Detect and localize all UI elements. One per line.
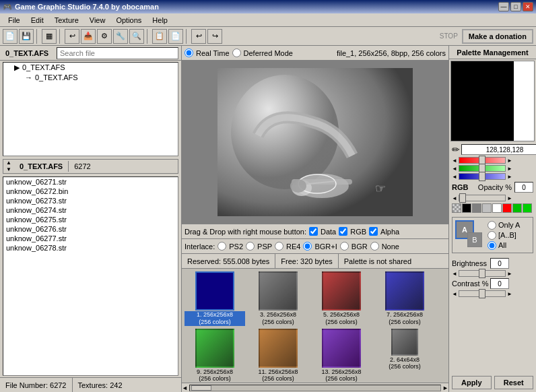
palette-transparent[interactable] xyxy=(452,203,461,213)
interlace-bgr[interactable] xyxy=(340,242,349,251)
thumbnail-3[interactable]: 5. 256x256x8(256 colors) xyxy=(311,271,372,326)
only-a-radio[interactable] xyxy=(488,221,496,230)
close-button[interactable]: ✕ xyxy=(523,2,533,11)
palette-black[interactable] xyxy=(462,203,471,213)
menu-file[interactable]: File xyxy=(3,15,26,26)
thumbnail-6[interactable]: 11. 256x256x8(256 colors) xyxy=(248,329,308,383)
interlace-psp[interactable] xyxy=(246,242,255,251)
contrast-right[interactable]: ► xyxy=(507,291,512,297)
brightness-left[interactable]: ◄ xyxy=(452,271,457,277)
tree-item-root[interactable]: ▶0_TEXT.AFS xyxy=(3,63,178,73)
thumbnail-4[interactable]: 7. 256x256x8(256 colors) xyxy=(374,271,435,326)
list-item[interactable]: unknow_06272.bin xyxy=(3,187,178,196)
a-b-radio[interactable] xyxy=(488,231,496,240)
deferred-radio[interactable] xyxy=(232,48,241,57)
nav-down-arrow[interactable]: ▼ xyxy=(5,166,12,173)
list-item[interactable]: unknow_06278.str xyxy=(3,243,178,253)
list-item[interactable]: unknow_06274.str xyxy=(3,205,178,215)
realtime-radio[interactable] xyxy=(185,48,193,57)
brightness-slider[interactable] xyxy=(459,270,506,277)
alpha-checkbox[interactable] xyxy=(369,227,378,236)
color-value-input[interactable] xyxy=(461,144,536,155)
list-item[interactable]: unknow_06276.str xyxy=(3,224,178,234)
thumbnail-1[interactable]: 1. 256x256x8(256 colors) xyxy=(185,271,245,326)
thumbnail-8[interactable]: 2. 64x64x8(256 colors) xyxy=(374,329,435,383)
search-input[interactable] xyxy=(57,47,178,59)
tree-item-child[interactable]: →0_TEXT.AFS xyxy=(3,73,178,82)
r-slider-left[interactable]: ◄ xyxy=(452,158,457,164)
menu-texture[interactable]: Texture xyxy=(49,15,84,26)
interlace-re4[interactable] xyxy=(275,242,283,251)
menu-edit[interactable]: Edit xyxy=(26,15,49,26)
list-item[interactable]: unknow_06273.str xyxy=(3,196,178,205)
interlace-bgri[interactable] xyxy=(303,242,312,251)
b-slider[interactable] xyxy=(459,173,506,180)
pencil-left-icon[interactable]: ✏ xyxy=(452,144,460,155)
list-item[interactable]: unknow_06271.str xyxy=(3,177,178,187)
file-tree[interactable]: ▶0_TEXT.AFS →0_TEXT.AFS xyxy=(3,62,178,156)
palette-preview[interactable] xyxy=(450,61,535,141)
maximize-button[interactable]: □ xyxy=(510,2,521,11)
contrast-slider[interactable] xyxy=(459,290,506,297)
b-slider-left[interactable]: ◄ xyxy=(452,174,457,180)
r-slider[interactable] xyxy=(459,157,506,164)
tb-undo2[interactable]: ↩ xyxy=(191,29,206,44)
contrast-left[interactable]: ◄ xyxy=(452,291,457,297)
tb-settings[interactable]: 🔧 xyxy=(113,29,128,44)
palette-gray[interactable] xyxy=(472,203,481,213)
palette-white[interactable] xyxy=(492,203,502,213)
tb-export[interactable]: ⚙ xyxy=(97,29,112,44)
file-nav-arrows[interactable]: ▲ ▼ xyxy=(3,160,14,173)
interlace-ps2[interactable] xyxy=(217,242,226,251)
tb-undo[interactable]: ↩ xyxy=(65,29,79,44)
g-slider-right[interactable]: ► xyxy=(507,166,512,172)
palette-red[interactable] xyxy=(502,203,512,213)
thumbnail-7[interactable]: 13. 256x256x8(256 colors) xyxy=(311,329,372,383)
scroll-track[interactable] xyxy=(189,385,441,391)
horizontal-scrollbar[interactable]: ◄ ► xyxy=(182,383,448,392)
menu-view[interactable]: View xyxy=(84,15,111,26)
color-b-swatch[interactable]: B xyxy=(467,232,482,247)
reset-button[interactable]: Reset xyxy=(494,376,534,389)
opacity-slider-right[interactable]: ► xyxy=(507,195,512,201)
rgb-checkbox[interactable] xyxy=(339,227,347,236)
palette-silver[interactable] xyxy=(482,203,492,213)
donate-button[interactable]: Make a donation xyxy=(462,29,533,44)
tb-import[interactable]: 📥 xyxy=(81,29,96,44)
canvas-area[interactable]: ☞ xyxy=(182,61,448,224)
scroll-left-btn[interactable]: ◄ xyxy=(182,385,188,391)
contrast-input[interactable] xyxy=(490,278,509,289)
brightness-right[interactable]: ► xyxy=(507,271,512,277)
scroll-right-btn[interactable]: ► xyxy=(442,385,448,391)
all-radio[interactable] xyxy=(488,241,496,250)
tb-copy[interactable]: 📋 xyxy=(152,29,167,44)
tb-grid[interactable]: ▦ xyxy=(42,29,57,44)
interlace-none[interactable] xyxy=(370,242,379,251)
tb-redo[interactable]: ↪ xyxy=(207,29,222,44)
file-list[interactable]: unknow_06271.str unknow_06272.bin unknow… xyxy=(3,176,178,376)
g-slider[interactable] xyxy=(459,165,506,172)
thumbnail-5[interactable]: 9. 256x256x8(256 colors) xyxy=(185,329,245,383)
opacity-input[interactable] xyxy=(514,182,533,193)
tb-paste[interactable]: 📄 xyxy=(168,29,183,44)
menu-help[interactable]: Help xyxy=(147,15,173,26)
b-slider-right[interactable]: ► xyxy=(507,174,512,180)
r-slider-right[interactable]: ► xyxy=(507,158,512,164)
palette-green[interactable] xyxy=(512,203,522,213)
thumbnails-panel[interactable]: 1. 256x256x8(256 colors) 3. 256x256x8(25… xyxy=(182,268,448,383)
opacity-slider[interactable] xyxy=(459,195,506,201)
list-item[interactable]: unknow_06275.str xyxy=(3,215,178,224)
apply-button[interactable]: Apply xyxy=(452,376,492,389)
tb-new[interactable]: 📄 xyxy=(3,29,18,44)
tb-zoom-in[interactable]: 🔍 xyxy=(129,29,144,44)
brightness-input[interactable] xyxy=(490,258,509,269)
minimize-button[interactable]: — xyxy=(498,2,509,11)
opacity-slider-left[interactable]: ◄ xyxy=(452,195,457,201)
thumbnail-2[interactable]: 3. 256x256x8(256 colors) xyxy=(248,271,308,326)
tb-save[interactable]: 💾 xyxy=(19,29,34,44)
palette-lime[interactable] xyxy=(523,203,532,213)
menu-options[interactable]: Options xyxy=(110,15,147,26)
data-checkbox[interactable] xyxy=(309,227,318,236)
g-slider-left[interactable]: ◄ xyxy=(452,166,457,172)
scroll-thumb[interactable] xyxy=(191,385,211,391)
